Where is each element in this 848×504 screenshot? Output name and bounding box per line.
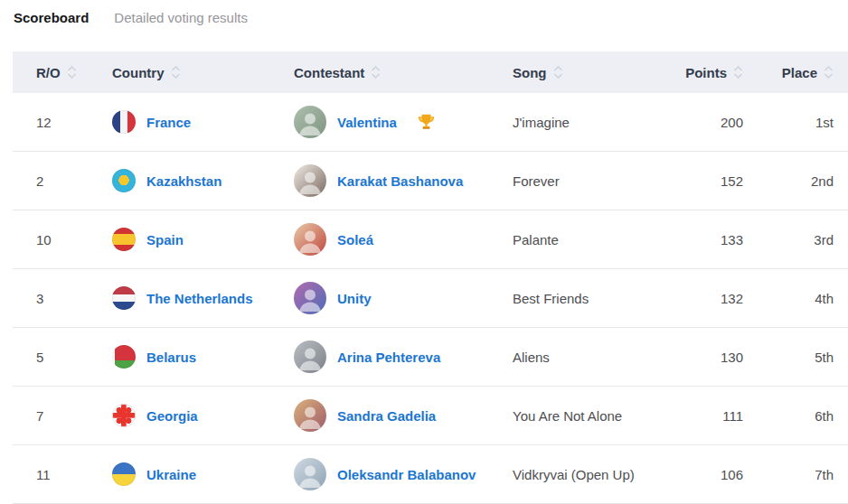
country-cell: France bbox=[112, 110, 294, 134]
tab-scoreboard[interactable]: Scoreboard bbox=[14, 10, 89, 25]
avatar bbox=[294, 341, 326, 373]
country-cell: Georgia bbox=[112, 404, 294, 427]
running-order-cell: 12 bbox=[36, 115, 112, 130]
points-cell: 106 bbox=[656, 467, 743, 482]
country-cell: Spain bbox=[112, 228, 294, 251]
trophy-icon bbox=[417, 113, 436, 131]
country-link[interactable]: Spain bbox=[146, 232, 184, 247]
contestant-link[interactable]: Karakat Bashanova bbox=[337, 173, 463, 189]
song-cell: Aliens bbox=[513, 350, 656, 365]
avatar bbox=[294, 164, 326, 197]
contestant-cell: Soleá bbox=[294, 223, 513, 256]
running-order-cell: 3 bbox=[36, 291, 112, 306]
contestant-cell: Oleksandr Balabanov bbox=[294, 458, 513, 490]
contestant-link[interactable]: Arina Pehtereva bbox=[337, 350, 440, 365]
song-cell: Vidkryvai (Open Up) bbox=[513, 467, 656, 482]
sort-icon bbox=[67, 66, 77, 79]
column-header-label: Contestant bbox=[294, 65, 364, 80]
points-cell: 133 bbox=[656, 232, 743, 247]
country-cell: Ukraine bbox=[112, 462, 294, 486]
country-link[interactable]: Kazakhstan bbox=[146, 173, 221, 189]
table-row: 10 Spain Soleá Palante 133 3rd bbox=[13, 210, 848, 269]
sort-icon bbox=[171, 66, 181, 79]
country-link[interactable]: The Netherlands bbox=[146, 291, 253, 306]
country-link[interactable]: Georgia bbox=[146, 408, 198, 424]
running-order-cell: 7 bbox=[36, 408, 112, 424]
table-row: 3 The Netherlands Unity Best Friends 132… bbox=[13, 269, 848, 328]
song-cell: J'imagine bbox=[513, 115, 656, 130]
country-flag-icon bbox=[112, 286, 136, 310]
points-cell: 130 bbox=[656, 350, 743, 365]
country-link[interactable]: Belarus bbox=[146, 350, 196, 365]
points-cell: 200 bbox=[656, 115, 743, 130]
contestant-cell: Unity bbox=[294, 282, 513, 314]
running-order-cell: 10 bbox=[36, 232, 112, 247]
column-header-country[interactable]: Country bbox=[112, 65, 294, 80]
sort-icon bbox=[733, 66, 743, 79]
sort-icon bbox=[553, 66, 563, 79]
table-body: 12 France Valentina J'imagine 200 bbox=[13, 93, 848, 504]
running-order-cell: 5 bbox=[36, 350, 112, 365]
song-cell: You Are Not Alone bbox=[513, 408, 656, 424]
contestant-link[interactable]: Sandra Gadelia bbox=[337, 408, 436, 424]
avatar bbox=[294, 399, 326, 432]
contestant-link[interactable]: Unity bbox=[337, 291, 372, 306]
column-header-label: Points bbox=[685, 65, 727, 80]
table-header-row: R/O Country Contestant Song Points Place bbox=[13, 51, 848, 93]
column-header-ro[interactable]: R/O bbox=[36, 65, 112, 80]
table-row: 7 Georgia Sandra Gadelia You Are Not Alo… bbox=[13, 387, 848, 445]
contestant-cell: Valentina bbox=[294, 106, 513, 138]
tab-bar: Scoreboard Detailed voting results bbox=[0, 0, 848, 31]
column-header-place[interactable]: Place bbox=[743, 65, 834, 80]
table-row: 12 France Valentina J'imagine 200 bbox=[13, 93, 848, 152]
column-header-label: R/O bbox=[36, 65, 61, 80]
contestant-link[interactable]: Valentina bbox=[337, 115, 397, 130]
sort-icon bbox=[824, 66, 834, 79]
table-row: 5 Belarus Arina Pehtereva Aliens 130 5th bbox=[13, 328, 848, 387]
place-cell: 5th bbox=[743, 350, 834, 365]
country-flag-icon bbox=[112, 110, 136, 134]
country-flag-icon bbox=[112, 462, 136, 486]
country-cell: Belarus bbox=[112, 345, 294, 369]
points-cell: 111 bbox=[656, 408, 743, 424]
running-order-cell: 11 bbox=[36, 467, 112, 482]
contestant-cell: Arina Pehtereva bbox=[294, 341, 513, 373]
place-cell: 7th bbox=[743, 467, 834, 482]
column-header-label: Country bbox=[112, 65, 165, 80]
column-header-label: Place bbox=[782, 65, 817, 80]
place-cell: 6th bbox=[743, 408, 834, 424]
contestant-cell: Karakat Bashanova bbox=[294, 164, 513, 197]
song-cell: Best Friends bbox=[513, 291, 656, 306]
avatar bbox=[294, 282, 326, 314]
place-cell: 2nd bbox=[743, 173, 834, 189]
column-header-points[interactable]: Points bbox=[656, 65, 743, 80]
country-cell: The Netherlands bbox=[112, 286, 294, 310]
running-order-cell: 2 bbox=[36, 173, 112, 189]
column-header-label: Song bbox=[513, 65, 547, 80]
place-cell: 3rd bbox=[743, 232, 834, 247]
sort-icon bbox=[371, 66, 381, 79]
tab-detailed-voting-results[interactable]: Detailed voting results bbox=[114, 10, 248, 25]
column-header-song[interactable]: Song bbox=[513, 65, 656, 80]
contestant-link[interactable]: Soleá bbox=[337, 232, 373, 247]
contestant-link[interactable]: Oleksandr Balabanov bbox=[337, 467, 476, 482]
place-cell: 1st bbox=[743, 115, 834, 130]
avatar bbox=[294, 223, 326, 256]
country-flag-icon bbox=[112, 404, 136, 427]
country-flag-icon bbox=[112, 228, 136, 251]
country-link[interactable]: Ukraine bbox=[146, 467, 196, 482]
avatar bbox=[294, 458, 326, 490]
country-cell: Kazakhstan bbox=[112, 169, 294, 192]
table-row: 11 Ukraine Oleksandr Balabanov Vidkryvai… bbox=[13, 445, 848, 504]
avatar bbox=[294, 106, 326, 138]
points-cell: 152 bbox=[656, 173, 743, 189]
column-header-contestant[interactable]: Contestant bbox=[294, 65, 513, 80]
contestant-cell: Sandra Gadelia bbox=[294, 399, 513, 432]
scoreboard-table: R/O Country Contestant Song Points Place… bbox=[13, 51, 848, 504]
place-cell: 4th bbox=[743, 291, 834, 306]
country-flag-icon bbox=[112, 169, 136, 192]
country-link[interactable]: France bbox=[146, 115, 191, 130]
song-cell: Palante bbox=[513, 232, 656, 247]
country-flag-icon bbox=[112, 345, 136, 369]
song-cell: Forever bbox=[513, 173, 656, 189]
